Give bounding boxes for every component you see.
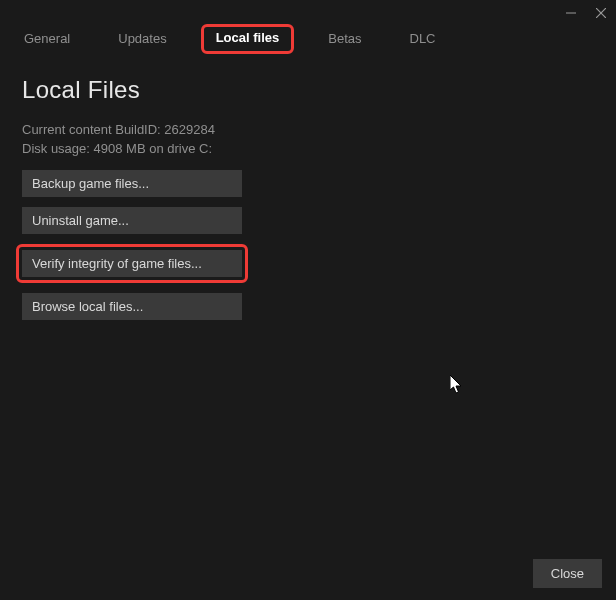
build-id-line: Current content BuildID: 2629284 <box>22 122 594 137</box>
verify-highlight: Verify integrity of game files... <box>16 244 248 283</box>
close-icon <box>596 8 606 18</box>
cursor-pointer-icon <box>450 375 466 398</box>
window-close-button[interactable] <box>586 0 616 26</box>
tab-local-files[interactable]: Local files <box>201 24 295 54</box>
minimize-button[interactable] <box>556 0 586 26</box>
local-files-buttons: Backup game files... Uninstall game... V… <box>22 170 242 320</box>
disk-usage-line: Disk usage: 4908 MB on drive C: <box>22 141 594 156</box>
close-button[interactable]: Close <box>533 559 602 588</box>
tab-general[interactable]: General <box>10 25 84 54</box>
tab-dlc[interactable]: DLC <box>396 25 450 54</box>
uninstall-game-button[interactable]: Uninstall game... <box>22 207 242 234</box>
verify-integrity-button[interactable]: Verify integrity of game files... <box>22 250 242 277</box>
window-controls <box>556 0 616 26</box>
page-title: Local Files <box>22 76 594 104</box>
backup-game-files-button[interactable]: Backup game files... <box>22 170 242 197</box>
tab-betas[interactable]: Betas <box>314 25 375 54</box>
minimize-icon <box>566 8 576 18</box>
footer: Close <box>533 559 602 588</box>
content-area: Local Files Current content BuildID: 262… <box>0 54 616 320</box>
browse-local-files-button[interactable]: Browse local files... <box>22 293 242 320</box>
tabbar: General Updates Local files Betas DLC <box>0 0 616 54</box>
tab-updates[interactable]: Updates <box>104 25 180 54</box>
